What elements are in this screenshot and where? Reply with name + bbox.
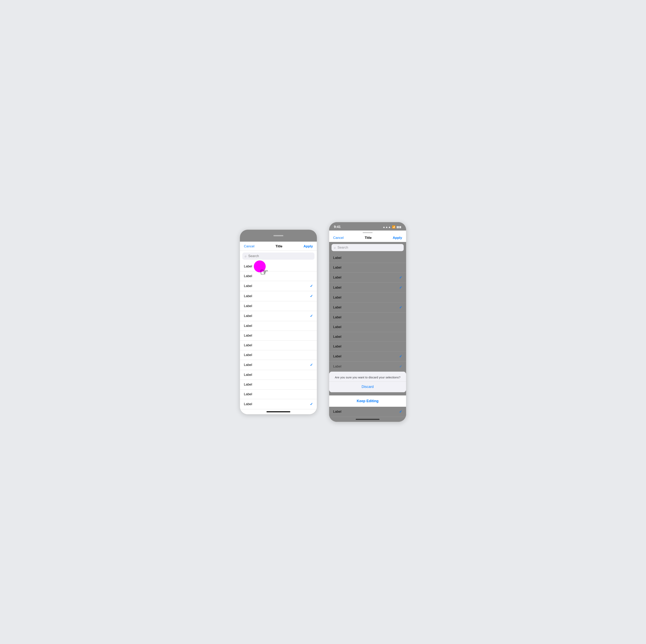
home-indicator [266, 411, 290, 412]
list-item[interactable]: Label [240, 370, 317, 380]
check-icon: ✓ [310, 294, 313, 298]
list-item[interactable]: Label [240, 389, 317, 399]
left-search-input[interactable] [248, 254, 312, 258]
item-label: Label [333, 295, 341, 299]
check-icon: ✓ [310, 402, 313, 406]
item-label: Label [244, 334, 252, 338]
list-item[interactable]: Label [240, 271, 317, 281]
list-item[interactable]: Label ✓ [329, 283, 406, 293]
keep-editing-button[interactable]: Keep Editing [329, 395, 406, 407]
list-item[interactable]: Label [240, 331, 317, 341]
list-item[interactable]: Label ✓ [329, 352, 406, 362]
action-sheet: Are you sure you want to discard your se… [329, 372, 406, 392]
right-pill-handle [329, 231, 406, 234]
discard-button[interactable]: Discard [329, 382, 406, 392]
right-sheet-header: Cancel Title Apply [329, 234, 406, 242]
home-indicator [356, 419, 380, 420]
status-bar: 9:41 ▲▲▲ 📶 ▮▮▮ [329, 222, 406, 231]
list-item[interactable]: Label [240, 341, 317, 350]
item-label: Label [333, 354, 341, 358]
item-label: Label [333, 275, 341, 279]
check-icon: ✓ [310, 363, 313, 367]
left-search-bar[interactable]: ⌕ [242, 253, 315, 260]
search-icon: ⌕ [334, 246, 336, 249]
item-label: Label [244, 402, 252, 406]
list-item[interactable]: Label ✓ [329, 273, 406, 283]
list-item[interactable]: Label ✓ [240, 360, 317, 370]
list-item[interactable]: Label [329, 342, 406, 352]
item-label: Label [244, 373, 252, 377]
wifi-icon: 📶 [392, 225, 395, 229]
item-label: Label [333, 315, 341, 319]
item-label: Label [244, 392, 252, 396]
list-item[interactable]: Label ✓ [329, 302, 406, 312]
status-time: 9:41 [334, 225, 341, 229]
item-label: Label [244, 363, 252, 367]
list-item[interactable]: Label [329, 312, 406, 322]
item-label: Label [244, 343, 252, 347]
item-label: Label [244, 353, 252, 357]
left-sheet-header: Cancel Title Apply [240, 242, 317, 251]
battery-icon: ▮▮▮ [397, 225, 401, 229]
list-item[interactable]: Label [329, 253, 406, 263]
list-item[interactable]: Label ✓ [240, 291, 317, 301]
check-icon: ✓ [310, 284, 313, 288]
list-item[interactable]: Label [240, 301, 317, 311]
right-cancel-button[interactable]: Cancel [333, 236, 344, 240]
signal-icon: ▲▲▲ [383, 225, 391, 229]
left-phone: Cancel Title Apply ⌕ Label Label Label ✓ [240, 230, 317, 414]
check-icon: ✓ [399, 364, 402, 369]
check-icon: ✓ [310, 314, 313, 318]
list-item[interactable]: Label [329, 293, 406, 302]
right-search-placeholder: Search [337, 246, 348, 250]
right-list: Label Label Label ✓ Label ✓ Label Label [329, 253, 406, 417]
item-label: Label [333, 365, 341, 369]
check-icon: ✓ [399, 285, 402, 290]
right-search-bar[interactable]: ⌕ Search [331, 244, 404, 251]
search-icon: ⌕ [245, 254, 247, 258]
right-apply-button[interactable]: Apply [393, 236, 402, 240]
check-icon: ✓ [399, 275, 402, 280]
right-phone: 9:41 ▲▲▲ 📶 ▮▮▮ Cancel Title Apply ⌕ Sear… [329, 222, 406, 422]
item-label: Label [333, 305, 341, 309]
right-bottom-bar [329, 417, 406, 422]
item-label: Label [244, 264, 252, 268]
check-icon: ✓ [399, 409, 402, 414]
item-label: Label [333, 286, 341, 290]
list-item[interactable]: Label ✓ [240, 281, 317, 291]
item-label: Label [244, 314, 252, 318]
item-label: Label [244, 284, 252, 288]
list-item-bottom[interactable]: Label ✓ [329, 407, 406, 417]
left-sheet-title: Title [276, 244, 283, 248]
check-icon: ✓ [399, 305, 402, 309]
list-item[interactable]: Label [240, 350, 317, 360]
left-apply-button[interactable]: Apply [304, 244, 313, 248]
list-item-partial[interactable]: Label ✓ [329, 362, 406, 372]
item-label: Label [333, 345, 341, 349]
list-item[interactable]: Label [240, 262, 317, 271]
list-item[interactable]: Label ✓ [240, 311, 317, 321]
item-label: Label [244, 324, 252, 328]
item-label: Label [244, 304, 252, 308]
list-item[interactable]: Label [240, 380, 317, 389]
item-label: Label [333, 325, 341, 329]
item-label: Label [333, 335, 341, 339]
item-label: Label [333, 266, 341, 270]
item-label: Label [333, 410, 341, 414]
left-list: Label Label Label ✓ Label ✓ Label Label [240, 262, 317, 409]
list-item[interactable]: Label [329, 332, 406, 342]
item-label: Label [244, 274, 252, 278]
left-cancel-button[interactable]: Cancel [244, 244, 254, 248]
left-bottom-bar [240, 409, 317, 414]
item-label: Label [244, 383, 252, 387]
list-item[interactable]: Label [329, 263, 406, 273]
list-item[interactable]: Label ✓ [240, 399, 317, 409]
drag-handle [274, 235, 283, 236]
left-top-bar [240, 230, 317, 242]
phones-container: Cancel Title Apply ⌕ Label Label Label ✓ [240, 222, 406, 422]
list-item[interactable]: Label [329, 322, 406, 332]
action-sheet-message: Are you sure you want to discard your se… [329, 372, 406, 382]
list-item[interactable]: Label [240, 321, 317, 331]
item-label: Label [333, 256, 341, 260]
item-label: Label [244, 294, 252, 298]
